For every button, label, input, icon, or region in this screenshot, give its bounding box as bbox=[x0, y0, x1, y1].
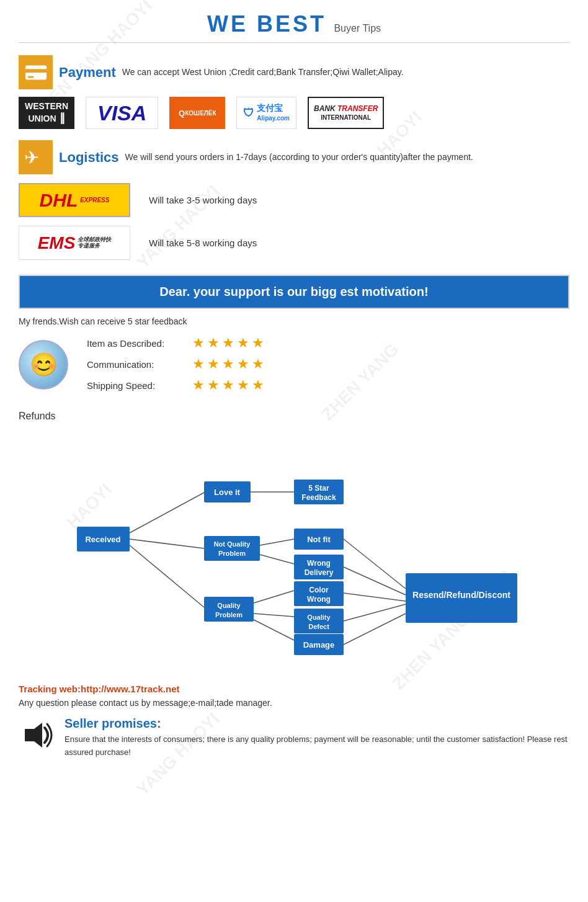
alipay-logo: 🛡 支付宝Alipay.com bbox=[236, 97, 296, 129]
feedback-ratings: 😊 Item as Described: ★ ★ ★ ★ ★ Communica… bbox=[19, 335, 569, 398]
page-header: WE BEST Buyer Tips bbox=[19, 0, 569, 43]
payment-icon bbox=[19, 55, 53, 89]
feedback-banner: Dear. your support is our bigg est motiv… bbox=[19, 275, 569, 309]
svg-text:Resend/Refund/Discont: Resend/Refund/Discont bbox=[412, 590, 510, 600]
qiwi-logo: QКОШЕЛЁК bbox=[169, 97, 225, 129]
speaker-icon bbox=[19, 717, 56, 760]
svg-line-35 bbox=[254, 620, 294, 640]
logistics-icon: ✈ bbox=[19, 140, 53, 174]
tracking-desc: Any question please contact us by messag… bbox=[19, 698, 569, 708]
ems-logo: EMS 全球邮政特快专递服务 bbox=[19, 226, 130, 260]
payment-logos: WESTERNUNION ‖ VISA QКОШЕЛЁК 🛡 支付宝Alipay… bbox=[19, 97, 569, 129]
rating-label-communication: Communication: bbox=[87, 359, 186, 370]
logistics-desc: We will send yours orders in 1-7days (ac… bbox=[125, 151, 473, 164]
svg-text:Delivery: Delivery bbox=[305, 568, 334, 577]
ems-row: EMS 全球邮政特快专递服务 Will take 5-8 working day… bbox=[19, 226, 569, 260]
rating-label-described: Item as Described: bbox=[87, 338, 186, 349]
svg-text:Love it: Love it bbox=[214, 488, 241, 497]
svg-text:Feedback: Feedback bbox=[301, 493, 336, 502]
logistics-section: ✈ Logistics We will send yours orders in… bbox=[19, 140, 569, 260]
visa-logo: VISA bbox=[86, 97, 158, 129]
tracking-section: Tracking web:http://www.17track.net Any … bbox=[19, 684, 569, 760]
svg-text:Color: Color bbox=[309, 586, 329, 594]
rating-label-shipping: Shipping Speed: bbox=[87, 380, 186, 391]
rating-row-described: Item as Described: ★ ★ ★ ★ ★ bbox=[87, 335, 569, 351]
header-subtitle: Buyer Tips bbox=[334, 23, 381, 33]
header-title: WE BEST bbox=[207, 11, 326, 37]
star2: ★ bbox=[207, 335, 220, 351]
star3: ★ bbox=[222, 335, 234, 351]
svg-text:5 Star: 5 Star bbox=[308, 484, 329, 493]
emoji-face: 😊 bbox=[19, 340, 68, 390]
svg-line-16 bbox=[260, 539, 294, 545]
svg-text:✈: ✈ bbox=[24, 147, 39, 167]
refunds-label: Refunds bbox=[19, 411, 569, 422]
rating-row-shipping: Shipping Speed: ★ ★ ★ ★ ★ bbox=[87, 377, 569, 393]
stars-shipping: ★ ★ ★ ★ ★ bbox=[192, 377, 264, 393]
star4: ★ bbox=[237, 335, 249, 351]
svg-text:Wrong: Wrong bbox=[307, 559, 331, 568]
svg-line-19 bbox=[260, 555, 294, 564]
refunds-section: Refunds Received Love it 5 Star Feedback… bbox=[19, 411, 569, 669]
dhl-days: Will take 3-5 working days bbox=[149, 195, 257, 205]
svg-line-23 bbox=[130, 545, 204, 607]
ems-days: Will take 5-8 working days bbox=[149, 238, 257, 248]
svg-line-31 bbox=[254, 614, 294, 617]
svg-line-40 bbox=[344, 593, 406, 601]
star5: ★ bbox=[252, 335, 264, 351]
svg-text:Not Quality: Not Quality bbox=[214, 540, 251, 548]
svg-line-12 bbox=[130, 539, 204, 548]
western-union-logo: WESTERNUNION ‖ bbox=[19, 97, 74, 129]
payment-section: Payment We can accept West Union ;Credit… bbox=[19, 55, 569, 129]
svg-text:Defect: Defect bbox=[308, 623, 329, 630]
svg-line-5 bbox=[130, 493, 204, 533]
flow-diagram: Received Love it 5 Star Feedback Not Qua… bbox=[19, 431, 569, 666]
dhl-logo: DHL EXPRESS bbox=[19, 183, 130, 217]
ratings-table: Item as Described: ★ ★ ★ ★ ★ Communicati… bbox=[87, 335, 569, 398]
feedback-sub: My frends.Wish can receive 5 star feedba… bbox=[19, 316, 569, 326]
seller-promises-title: Seller promises: bbox=[65, 717, 569, 731]
received-box-text: Received bbox=[85, 535, 120, 544]
bank-transfer-logo: BANK TRANSFERINTERNATIONAL bbox=[308, 97, 384, 129]
stars-described: ★ ★ ★ ★ ★ bbox=[192, 335, 264, 351]
svg-text:Quality: Quality bbox=[307, 614, 331, 621]
svg-text:Problem: Problem bbox=[218, 550, 246, 557]
dhl-row: DHL EXPRESS Will take 3-5 working days bbox=[19, 183, 569, 217]
svg-text:Wrong: Wrong bbox=[307, 595, 331, 604]
seller-promises: Seller promises: Ensure that the interes… bbox=[19, 717, 569, 760]
svg-line-27 bbox=[254, 591, 294, 603]
star1: ★ bbox=[192, 335, 205, 351]
logistics-title: Logistics bbox=[59, 150, 119, 166]
tracking-link: Tracking web:http://www.17track.net bbox=[19, 684, 569, 694]
svg-text:Quality: Quality bbox=[217, 602, 241, 609]
svg-rect-1 bbox=[25, 69, 46, 73]
payment-title: Payment bbox=[59, 65, 116, 81]
seller-text-block: Seller promises: Ensure that the interes… bbox=[65, 717, 569, 759]
seller-promises-desc: Ensure that the interests of consumers; … bbox=[65, 733, 569, 759]
payment-desc: We can accept West Union ;Credit card;Ba… bbox=[122, 66, 404, 79]
svg-text:Not fit: Not fit bbox=[307, 535, 331, 544]
rating-row-communication: Communication: ★ ★ ★ ★ ★ bbox=[87, 356, 569, 372]
stars-communication: ★ ★ ★ ★ ★ bbox=[192, 356, 264, 372]
svg-marker-45 bbox=[25, 723, 42, 748]
svg-rect-13 bbox=[204, 536, 260, 561]
svg-text:Damage: Damage bbox=[303, 640, 335, 650]
svg-text:Problem: Problem bbox=[215, 611, 243, 618]
svg-rect-2 bbox=[27, 76, 33, 78]
